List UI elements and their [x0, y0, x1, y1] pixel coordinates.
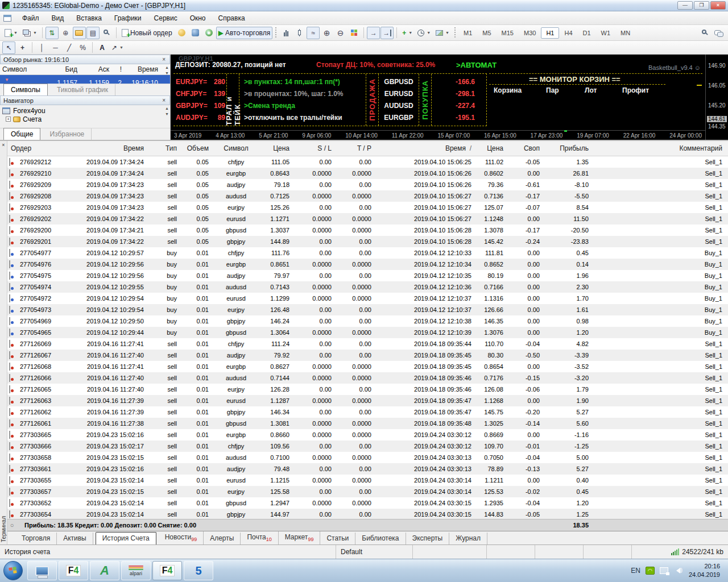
ea-automat-button[interactable]: >АВТОМАТ [456, 61, 497, 69]
vertical-line-button[interactable]: │ [35, 41, 48, 54]
history-row[interactable]: 2773036612019.04.23 15:02:16sell0.01audj… [7, 463, 728, 475]
zoom-out-button[interactable]: ⊖ [334, 27, 347, 39]
history-row[interactable]: 2769292092019.04.09 17:34:23sell0.05audj… [7, 179, 728, 190]
col-open-time[interactable]: Время [64, 144, 150, 152]
close-button[interactable]: × [710, 1, 726, 10]
nav-tab-Избранное[interactable]: Избранное [43, 128, 92, 140]
history-row[interactable]: 2769292022019.04.09 17:34:22sell0.05euru… [7, 213, 728, 225]
cursor-button[interactable]: ↖ [2, 41, 15, 54]
tile-windows-button[interactable] [348, 27, 361, 39]
metaeditor-button[interactable] [175, 27, 188, 39]
start-button[interactable] [3, 561, 23, 580]
history-row[interactable]: 2770549772019.04.12 10:29:57buy0.01chfjp… [7, 247, 728, 259]
terminal-tab-Статьи[interactable]: Статьи [320, 533, 355, 544]
bar-chart-button[interactable] [279, 27, 292, 39]
terminal-tab-История Счета[interactable]: История Счета [96, 532, 156, 544]
col-tp[interactable]: T / P [337, 144, 377, 152]
menu-item-Вставка[interactable]: Вставка [70, 12, 108, 24]
candlestick-chart-button[interactable] [293, 27, 306, 39]
market-watch-row[interactable]: ▼ EURUSD 1.1157 1.1159 2 19:16:10 [0, 75, 170, 84]
crosshair-button[interactable]: + [16, 41, 29, 54]
timeframe-M1[interactable]: M1 [458, 27, 477, 39]
col-swap[interactable]: Своп [509, 144, 545, 152]
col-type[interactable]: Тип [150, 144, 183, 152]
history-row[interactable]: 2769292122019.04.09 17:34:24sell0.05chfj… [7, 156, 728, 168]
data-window-toggle[interactable]: ⊕ [59, 27, 72, 39]
history-row[interactable]: 2773036572019.04.23 15:02:15sell0.01eurj… [7, 486, 728, 497]
minimize-button[interactable]: — [677, 1, 693, 10]
history-row[interactable]: 2770549742019.04.12 10:29:55buy0.01audus… [7, 281, 728, 293]
history-row[interactable]: 2771260662019.04.16 11:27:40sell0.01audu… [7, 372, 728, 384]
history-row[interactable]: 2771260682019.04.16 11:27:41sell0.01eurg… [7, 361, 728, 372]
history-row[interactable]: 2771260612019.04.16 11:27:38sell0.01gbpu… [7, 418, 728, 429]
horizontal-line-button[interactable]: ─ [49, 41, 62, 54]
history-row[interactable]: 2771260672019.04.16 11:27:40sell0.01audj… [7, 350, 728, 361]
timeframe-D1[interactable]: D1 [578, 27, 596, 39]
taskbar-app-mt4-forex4you[interactable]: F4 [152, 561, 182, 580]
history-row[interactable]: 2773036522019.04.23 15:02:14sell0.01gbpu… [7, 497, 728, 509]
col-symbol[interactable]: Символ [214, 144, 258, 152]
new-chart-button[interactable]: ▼ [2, 27, 20, 39]
speaker-tray-icon[interactable] [673, 568, 680, 573]
col-close-price[interactable]: Цена [477, 144, 509, 152]
periods-button[interactable]: ▼ [415, 27, 433, 39]
terminal-tab-Библиотека[interactable]: Библиотека [355, 533, 406, 544]
mw-tab-Тиковый график[interactable]: Тиковый график [50, 84, 115, 95]
terminal-tab-Почта[interactable]: Почта10 [241, 531, 278, 544]
auto-scroll-toggle[interactable]: → [367, 27, 380, 39]
ea-menu-item[interactable]: >в пунктах: 14 пп,шаг:1 пп(*) [244, 76, 366, 88]
new-order-button[interactable]: Новый ордер [119, 27, 175, 39]
history-row[interactable]: 2770549762019.04.12 10:29:56buy0.01eurgb… [7, 259, 728, 270]
market-watch-toggle[interactable]: ⇅ [46, 27, 59, 39]
history-row[interactable]: 2770549732019.04.12 10:29:54buy0.01eurjp… [7, 304, 728, 315]
navigator-toggle[interactable] [73, 27, 86, 39]
timeframe-M30[interactable]: M30 [519, 27, 541, 39]
terminal-tab-Эксперты[interactable]: Эксперты [406, 533, 450, 544]
history-row[interactable]: 2770549752019.04.12 10:29:56buy0.01audjp… [7, 270, 728, 281]
market-watch-close-icon[interactable]: × [161, 56, 167, 63]
search-button[interactable] [698, 27, 712, 39]
history-row[interactable]: 2773036652019.04.23 15:02:16sell0.01eurg… [7, 429, 728, 440]
history-row[interactable]: 2773036552019.04.23 15:02:14sell0.01euru… [7, 475, 728, 486]
menu-item-Файл[interactable]: Файл [16, 12, 46, 24]
ea-menu-item[interactable]: >Смена тренда [244, 100, 366, 112]
col-open-price[interactable]: Цена [258, 144, 295, 152]
taskbar-app-ava[interactable]: A [90, 561, 119, 580]
history-row[interactable]: 2771260652019.04.16 11:27:40sell0.01eurj… [7, 384, 728, 395]
menu-item-Вид[interactable]: Вид [46, 12, 71, 24]
nvidia-tray-icon[interactable]: ◠ [646, 567, 655, 575]
scroll-down-icon[interactable]: ▼ [165, 112, 169, 116]
language-indicator[interactable]: EN [631, 567, 640, 575]
history-row[interactable]: 2769292082019.04.09 17:34:23sell0.05audu… [7, 190, 728, 202]
history-row[interactable]: 2773036542019.04.23 15:02:14sell0.01gbpj… [7, 509, 728, 519]
history-row[interactable]: 2773036662019.04.23 15:02:17sell0.01chfj… [7, 440, 728, 452]
menu-item-Графики[interactable]: Графики [108, 12, 148, 24]
terminal-tab-Журнал[interactable]: Журнал [449, 533, 487, 544]
trendline-button[interactable]: ╱ [63, 41, 76, 54]
history-row[interactable]: 2770549652019.04.12 10:29:44buy0.01gbpus… [7, 327, 728, 338]
navigator-item-forex4you[interactable]: Forex4you [0, 105, 170, 115]
timeframe-H1[interactable]: H1 [541, 27, 559, 39]
history-row[interactable]: 2771260622019.04.16 11:27:39sell0.01gbpj… [7, 406, 728, 418]
terminal-close-icon[interactable]: × [0, 141, 7, 148]
timeframe-W1[interactable]: W1 [596, 27, 616, 39]
navigator-close-icon[interactable]: × [161, 97, 167, 103]
timeframe-MN[interactable]: MN [615, 27, 635, 39]
menu-item-Справка[interactable]: Справка [212, 12, 251, 24]
col-sl[interactable]: S / L [295, 144, 337, 152]
maximize-button[interactable]: ❐ [694, 1, 709, 10]
col-order[interactable]: Ордер [7, 144, 64, 152]
network-tray-icon[interactable] [660, 567, 668, 574]
timeframe-M5[interactable]: M5 [477, 27, 496, 39]
chart-area[interactable]: GBPJPY,H1 ДЕПОЗИТ: 20080.27, позиций нет… [171, 55, 728, 140]
line-chart-button[interactable]: ≈ [307, 27, 320, 39]
text-button[interactable]: A [96, 41, 109, 54]
col-profit[interactable]: Прибыль [545, 144, 594, 152]
history-row[interactable]: 2769292012019.04.09 17:34:22sell0.05gbpj… [7, 236, 728, 247]
templates-button[interactable]: ▼ [433, 27, 452, 39]
history-row[interactable]: 2773036582019.04.23 15:02:15sell0.01audu… [7, 452, 728, 463]
menu-item-Окно[interactable]: Окно [184, 12, 212, 24]
taskbar-app-alpari[interactable]: alpari [121, 561, 151, 580]
strategy-tester-toggle[interactable] [100, 27, 113, 39]
arrows-button[interactable]: ↗▼ [109, 41, 126, 54]
